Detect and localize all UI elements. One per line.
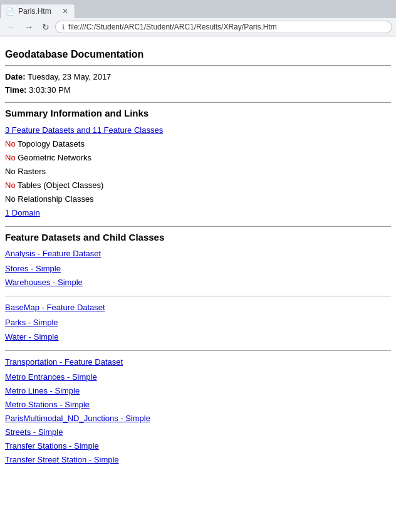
child-link-1-0[interactable]: Parks - Simple	[5, 316, 391, 330]
no-topology-text: No	[5, 139, 16, 149]
page-title: Geodatabase Documentation	[5, 49, 391, 60]
topology-label: Topology Datasets	[16, 139, 85, 149]
child-link-2-4[interactable]: Streets - Simple	[5, 425, 391, 439]
child-classes-2: Metro Entrances - SimpleMetro Lines - Si…	[5, 370, 391, 467]
browser-chrome: 📄 Paris.Htm ✕ ← → ↻ ℹ file:///C:/Student…	[0, 0, 396, 36]
datasets-container: Analysis - Feature DatasetStores - Simpl…	[5, 249, 391, 467]
rasters-row: No Rasters	[5, 165, 391, 179]
date-value: Tuesday, 23 May, 2017	[28, 72, 111, 81]
dataset-section-0: Analysis - Feature DatasetStores - Simpl…	[5, 249, 391, 296]
no-geometric-text: No	[5, 153, 16, 162]
dataset-title-1: BaseMap - Feature Dataset	[5, 303, 391, 312]
no-rasters-text: No Rasters	[5, 167, 46, 176]
address-lock-icon: ℹ	[62, 23, 65, 31]
child-link-2-2[interactable]: Metro Stations - Simple	[5, 398, 391, 412]
dataset-link-1[interactable]: BaseMap - Feature Dataset	[5, 303, 105, 312]
dataset-section-1: BaseMap - Feature DatasetParks - SimpleW…	[5, 303, 391, 350]
tab-label: Paris.Htm	[18, 7, 51, 16]
meta-info: Date: Tuesday, 23 May, 2017 Time: 3:03:3…	[5, 71, 391, 97]
tables-label: Tables (Object Classes)	[16, 180, 104, 190]
child-link-2-1[interactable]: Metro Lines - Simple	[5, 384, 391, 398]
date-label: Date:	[5, 72, 26, 81]
child-classes-1: Parks - SimpleWater - Simple	[5, 316, 391, 343]
no-relationship-text: No Relationship Classes	[5, 194, 94, 204]
dataset-section-2: Transportation - Feature DatasetMetro En…	[5, 357, 391, 467]
child-link-2-5[interactable]: Transfer Stations - Simple	[5, 439, 391, 453]
time-value: 3:03:30 PM	[29, 85, 71, 95]
refresh-button[interactable]: ↻	[39, 21, 53, 33]
time-label: Time:	[5, 85, 26, 95]
nav-bar: ← → ↻ ℹ file:///C:/Student/ARC1/Student/…	[0, 18, 396, 36]
domain-link[interactable]: 1 Domain	[5, 208, 40, 217]
tab-bar: 📄 Paris.Htm ✕	[0, 0, 396, 18]
domain-row: 1 Domain	[5, 206, 391, 220]
dataset-link-2[interactable]: Transportation - Feature Dataset	[5, 357, 123, 367]
forward-button[interactable]: →	[21, 21, 36, 33]
child-classes-0: Stores - SimpleWarehouses - Simple	[5, 262, 391, 289]
date-row: Date: Tuesday, 23 May, 2017	[5, 71, 391, 84]
section-divider-0	[5, 296, 391, 296]
time-row: Time: 3:03:30 PM	[5, 84, 391, 97]
back-button[interactable]: ←	[4, 21, 19, 33]
topology-row: No Topology Datasets	[5, 137, 391, 151]
child-link-0-1[interactable]: Warehouses - Simple	[5, 276, 391, 289]
address-bar[interactable]: ℹ file:///C:/Student/ARC1/Student/ARC1/R…	[55, 21, 392, 33]
dataset-title-0: Analysis - Feature Dataset	[5, 249, 391, 258]
page-content: Geodatabase Documentation Date: Tuesday,…	[0, 36, 396, 483]
summary-divider	[5, 226, 391, 227]
title-divider	[5, 65, 391, 66]
section-divider-1	[5, 350, 391, 351]
tables-row: No Tables (Object Classes)	[5, 179, 391, 192]
summary-section-title: Summary Information and Links	[5, 108, 391, 118]
summary-list: 3 Feature Datasets and 11 Feature Classe…	[5, 123, 391, 221]
tab-file-icon: 📄	[6, 8, 14, 16]
meta-divider	[5, 102, 391, 103]
child-link-2-3[interactable]: ParisMultimodal_ND_Junctions - Simple	[5, 412, 391, 425]
geometric-label: Geometric Networks	[16, 153, 91, 162]
child-link-2-0[interactable]: Metro Entrances - Simple	[5, 370, 391, 384]
summary-link-row: 3 Feature Datasets and 11 Feature Classe…	[5, 123, 391, 137]
dataset-title-2: Transportation - Feature Dataset	[5, 357, 391, 367]
relationship-row: No Relationship Classes	[5, 192, 391, 206]
browser-tab[interactable]: 📄 Paris.Htm ✕	[0, 4, 75, 18]
child-link-1-1[interactable]: Water - Simple	[5, 330, 391, 344]
child-link-2-6[interactable]: Transfer Street Station - Simple	[5, 453, 391, 467]
child-link-0-0[interactable]: Stores - Simple	[5, 262, 391, 276]
features-section-title: Feature Datasets and Child Classes	[5, 232, 391, 243]
tab-close-button[interactable]: ✕	[61, 7, 70, 16]
geometric-row: No Geometric Networks	[5, 151, 391, 165]
address-text: file:///C:/Student/ARC1/Student/ARC1/Res…	[68, 23, 277, 31]
feature-datasets-link[interactable]: 3 Feature Datasets and 11 Feature Classe…	[5, 125, 163, 135]
no-tables-text: No	[5, 180, 16, 190]
dataset-link-0[interactable]: Analysis - Feature Dataset	[5, 249, 101, 258]
